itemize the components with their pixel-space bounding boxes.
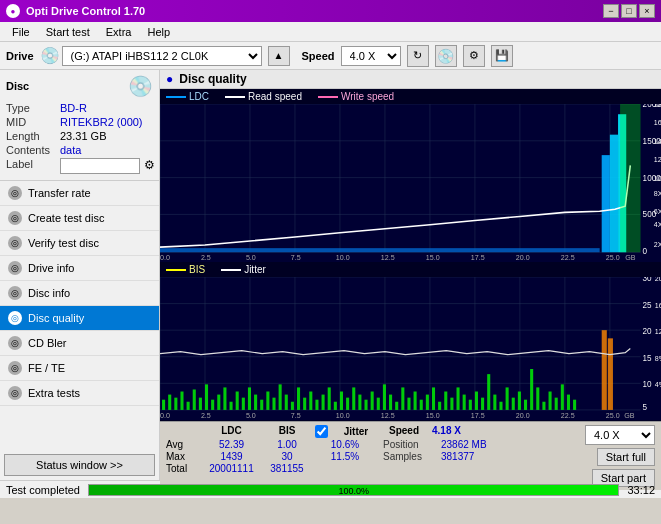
right-panel: ● Disc quality LDC Read speed Write spee…: [160, 70, 661, 480]
svg-rect-107: [414, 392, 417, 410]
label-settings-icon[interactable]: ⚙: [144, 158, 155, 174]
nav-disc-quality-label: Disc quality: [28, 312, 84, 324]
svg-rect-89: [303, 398, 306, 410]
status-window-button[interactable]: Status window >>: [4, 454, 155, 476]
legend-read-speed: Read speed: [225, 91, 302, 102]
nav-disc-info[interactable]: ◎ Disc info: [0, 281, 159, 306]
svg-rect-102: [383, 385, 386, 411]
svg-rect-70: [187, 402, 190, 410]
nav-create-test-disc[interactable]: ◎ Create test disc: [0, 206, 159, 231]
nav-cd-bler[interactable]: ◎ CD Bler: [0, 331, 159, 356]
disc-label-key: Label: [6, 158, 56, 174]
sidebar: Disc 💿 Type BD-R MID RITEKBR2 (000) Leng…: [0, 70, 160, 480]
svg-rect-104: [395, 402, 398, 410]
menu-extra[interactable]: Extra: [98, 24, 140, 40]
svg-text:25.0: 25.0: [606, 254, 620, 262]
stats-speed-select[interactable]: 4.0 X: [585, 425, 655, 445]
svg-rect-83: [266, 392, 269, 410]
stats-bar: LDC BIS Jitter Speed 4.18 X Avg 52.39 1.…: [160, 421, 661, 490]
svg-rect-111: [438, 402, 441, 410]
save-button[interactable]: 💾: [491, 45, 513, 67]
svg-rect-133: [573, 400, 576, 410]
stats-header-row: LDC BIS Jitter Speed 4.18 X: [166, 425, 487, 438]
settings-button[interactable]: ⚙: [463, 45, 485, 67]
stats-samples-value: 381377: [441, 451, 474, 462]
disc-panel: Disc 💿 Type BD-R MID RITEKBR2 (000) Leng…: [0, 70, 159, 181]
svg-rect-77: [230, 402, 233, 410]
svg-text:8X: 8X: [654, 190, 661, 198]
svg-rect-68: [174, 398, 177, 410]
chart-title-bar: ● Disc quality: [160, 70, 661, 89]
close-button[interactable]: ×: [639, 4, 655, 18]
app-title: Opti Drive Control 1.70: [26, 5, 145, 17]
svg-rect-108: [420, 400, 423, 410]
nav-drive-info-label: Drive info: [28, 262, 74, 274]
svg-text:10.0: 10.0: [336, 413, 350, 421]
jitter-checkbox[interactable]: [315, 425, 328, 438]
svg-rect-76: [223, 388, 226, 410]
stats-ldc-total: 20001111: [204, 463, 259, 474]
svg-text:10.0: 10.0: [336, 254, 350, 262]
bottom-bar: Test completed 100.0% 33:12: [0, 480, 661, 498]
stats-position-value: 23862 MB: [441, 439, 487, 450]
svg-rect-86: [285, 395, 288, 410]
disc-label-input[interactable]: [60, 158, 140, 174]
drive-select[interactable]: (G:) ATAPI iHBS112 2 CL0K: [62, 46, 262, 66]
svg-rect-132: [567, 395, 570, 410]
nav-fe-te[interactable]: ◎ FE / TE: [0, 356, 159, 381]
svg-text:7.5: 7.5: [291, 413, 301, 421]
disc-label-row: Label ⚙: [6, 158, 153, 174]
chart-icon: ●: [166, 72, 173, 86]
svg-rect-101: [377, 398, 380, 410]
nav-transfer-rate[interactable]: ◎ Transfer rate: [0, 181, 159, 206]
minimize-button[interactable]: −: [603, 4, 619, 18]
nav-extra-tests[interactable]: ◎ Extra tests: [0, 381, 159, 406]
eject-button[interactable]: ▲: [268, 46, 290, 66]
svg-rect-114: [457, 388, 460, 410]
refresh-button[interactable]: ↻: [407, 45, 429, 67]
svg-text:15.0: 15.0: [426, 254, 440, 262]
stats-ldc-avg: 52.39: [204, 439, 259, 450]
menu-starttest[interactable]: Start test: [38, 24, 98, 40]
legend-jitter-label: Jitter: [244, 264, 266, 275]
svg-rect-91: [315, 400, 318, 410]
svg-text:2.5: 2.5: [201, 413, 211, 421]
svg-rect-17: [160, 248, 600, 252]
nav-items: ◎ Transfer rate ◎ Create test disc ◎ Ver…: [0, 181, 159, 450]
svg-rect-90: [309, 392, 312, 410]
stats-speed-header: Speed: [389, 425, 424, 438]
svg-text:12.5: 12.5: [381, 413, 395, 421]
svg-rect-98: [358, 395, 361, 410]
menu-file[interactable]: File: [4, 24, 38, 40]
svg-rect-103: [389, 395, 392, 410]
stats-max-row: Max 1439 30 11.5% Samples 381377: [166, 451, 487, 462]
cd-bler-icon: ◎: [8, 336, 22, 350]
svg-rect-95: [340, 392, 343, 410]
stats-total-label: Total: [166, 463, 196, 474]
svg-rect-97: [352, 388, 355, 410]
nav-fe-te-label: FE / TE: [28, 362, 65, 374]
maximize-button[interactable]: □: [621, 4, 637, 18]
disc-icon-btn[interactable]: 💿: [435, 45, 457, 67]
svg-rect-105: [401, 388, 404, 410]
svg-rect-121: [499, 402, 502, 410]
stats-bis-header: BIS: [267, 425, 307, 438]
drive-info-icon: ◎: [8, 261, 22, 275]
svg-text:20.0: 20.0: [516, 254, 530, 262]
stats-bis-avg: 1.00: [267, 439, 307, 450]
nav-verify-test-disc[interactable]: ◎ Verify test disc: [0, 231, 159, 256]
nav-drive-info[interactable]: ◎ Drive info: [0, 256, 159, 281]
speed-select[interactable]: 4.0 X: [341, 46, 401, 66]
disc-type-label: Type: [6, 102, 56, 114]
disc-mid-row: MID RITEKBR2 (000): [6, 116, 153, 128]
menu-help[interactable]: Help: [139, 24, 178, 40]
disc-image-icon: 💿: [128, 74, 153, 98]
svg-rect-0: [160, 104, 661, 262]
bottom-chart-svg: 30 25 20 15 10 5 20% 16% 12% 8% 4% 0.0 2…: [160, 277, 661, 420]
stats-total-row: Total 20001111 381155: [166, 463, 487, 474]
nav-disc-quality[interactable]: ◎ Disc quality: [0, 306, 159, 331]
svg-rect-80: [248, 388, 251, 410]
svg-text:15.0: 15.0: [426, 413, 440, 421]
start-full-button[interactable]: Start full: [597, 448, 655, 466]
svg-rect-112: [444, 392, 447, 410]
